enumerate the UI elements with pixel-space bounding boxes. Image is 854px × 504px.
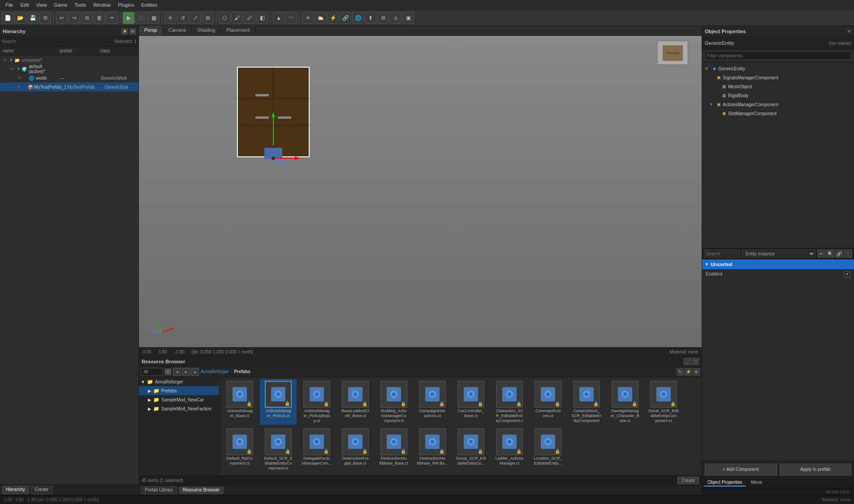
viewport-canvas[interactable]: Preview X Y Z (139, 36, 702, 356)
menu-view[interactable]: View (33, 1, 51, 9)
rp-search-more-btn[interactable]: ⋮ (844, 250, 852, 258)
terrain-btn[interactable]: ▲ (273, 12, 285, 24)
rb-nav-back[interactable]: ◂ (173, 368, 181, 376)
rp-add-component-btn[interactable]: + Add Component (705, 464, 777, 475)
copy-btn[interactable]: ⧉ (81, 12, 93, 24)
menu-tools[interactable]: Tools (71, 1, 90, 9)
menu-entities[interactable]: Entities (138, 1, 161, 9)
rb-refresh-btn[interactable]: ↻ (677, 368, 684, 375)
rb-item-13[interactable]: 🔒 Default_SCR_EditableEntityComponent.ct (260, 426, 297, 472)
rb-item-17[interactable]: 🔒 DestructionMultibhare_Rel.Ba... (414, 426, 451, 472)
hierarchy-filter-btn[interactable]: ⚡ (121, 28, 128, 34)
water-btn[interactable]: 〰 (285, 12, 297, 24)
export-btn[interactable]: ⬆ (365, 12, 376, 24)
eye-icon-default[interactable]: 👁 (9, 67, 15, 71)
rb-tab-prefab-library[interactable]: Prefab Library (141, 487, 177, 494)
rp-search-edit-btn[interactable]: ✏ (817, 250, 825, 258)
rp-apply-prefab-btn[interactable]: Apply to prefab (780, 464, 852, 475)
rb-item-12[interactable]: 🔒 Default_RplComponent.ct (221, 426, 258, 472)
save-btn[interactable]: 💾 (27, 12, 39, 24)
rb-item-15[interactable]: 🔒 DestructionFragtal_Base.ct (337, 426, 374, 472)
rb-breadcrumb-prefabs[interactable]: Prefabs (234, 369, 250, 374)
rb-item-7[interactable]: 🔒 Characters_SCR_EditableEntityComponent… (491, 379, 528, 425)
rb-sidebar-newcar[interactable]: ▶ 📁 SampleMod_NewCar (139, 395, 219, 404)
rb-item-3[interactable]: 🔒 BaseLoadoutCloth_Base.ct (337, 379, 374, 425)
cut-btn[interactable]: ✂ (106, 12, 118, 24)
rb-tab-resource-browser[interactable]: Resource Browser (179, 487, 224, 494)
rb-item-19[interactable]: 🔒 Ladder_ActionsManager.ct (491, 426, 528, 472)
rp-search-link-btn[interactable]: 🔗 (835, 250, 843, 258)
hierarchy-search-input[interactable] (2, 39, 112, 44)
viewport-3d[interactable]: Preview X Y Z (139, 36, 702, 356)
tab-placement[interactable]: Placement (221, 26, 255, 35)
link-btn[interactable]: 🔗 (340, 12, 351, 24)
globe-btn[interactable]: 🌐 (352, 12, 364, 24)
terminal-btn[interactable]: ▣ (402, 12, 414, 24)
brush-btn[interactable]: 🖌 (231, 12, 243, 24)
play-btn[interactable]: ▶ (123, 12, 134, 24)
rb-item-10[interactable]: 🔒 DamageManager_Character_Base.ct (607, 379, 643, 425)
eye-icon-myprefab[interactable]: 👁 (16, 85, 22, 89)
new-btn[interactable]: 📄 (2, 12, 13, 24)
rp-search-dropdown[interactable]: Entity instance (742, 250, 815, 258)
open-btn[interactable]: 📂 (14, 12, 26, 24)
rb-breadcrumb-arma[interactable]: ArmaReforger (201, 369, 229, 374)
menu-game[interactable]: Game (50, 1, 71, 9)
rp-panel-tab-object-props[interactable]: Object Properties (704, 479, 746, 487)
hierarchy-row-world[interactable]: 👁 🌐 world --- GenericWork (0, 73, 138, 82)
rp-panel-tab-move[interactable]: Move (747, 479, 765, 487)
rp-tree-signals-mgr[interactable]: ▣ SignalsManagerComponent (704, 73, 852, 82)
hierarchy-row-myprefab[interactable]: 👁 📦 MyTestPrefab_1 MyTestPrefab GenericE… (0, 82, 138, 91)
menu-plugins[interactable]: Plugins (114, 1, 138, 9)
rb-item-14[interactable]: 🔒 DelegateFacticnManagerCom... (298, 426, 335, 472)
snap-btn[interactable]: ⚡ (327, 12, 339, 24)
rp-tree-slot-mgr[interactable]: ▣ SlotManagerComponent (704, 109, 852, 118)
rb-item-20[interactable]: 🔒 Location_SCR_EditableEntity... (530, 426, 566, 472)
rp-close-btn[interactable]: ✕ (847, 28, 851, 34)
tab-shading[interactable]: Shading (192, 26, 221, 35)
paint-btn[interactable]: 🖊 (244, 12, 255, 24)
redo-btn[interactable]: ↪ (69, 12, 80, 24)
rp-unsorted-header[interactable]: ▼ Unsorted (702, 259, 854, 269)
rb-path-clear[interactable]: ✕ (165, 369, 171, 375)
rp-tree-actions-mgr[interactable]: ▼ ▣ ActionsManagerComponent (704, 100, 852, 109)
expand-unnamed[interactable]: ▼ (9, 58, 13, 62)
rp-search-find-btn[interactable]: 🔍 (826, 250, 834, 258)
rb-nav-up[interactable]: ▴ (191, 368, 199, 376)
scale-btn[interactable]: ⤢ (190, 12, 201, 24)
hierarchy-row-default[interactable]: 👁 ▼ 🌍 default (active)* (0, 65, 138, 73)
rb-sidebar-newfaction[interactable]: ▶ 📁 SampleMod_NewFaction (139, 404, 219, 413)
rb-item-18[interactable]: 🔒 Group_SCR_EditableEntityCo... (453, 426, 489, 472)
rb-item-4[interactable]: 🔒 Building_ActionsManagerComponent.ct (375, 379, 412, 425)
grid3-btn[interactable]: ▦ (148, 12, 160, 24)
debug-btn[interactable]: ⚔ (390, 12, 401, 24)
rp-tree-generic-entity[interactable]: ▼ ◆ GenericEntity (704, 64, 852, 73)
expand-default[interactable]: ▼ (16, 67, 21, 71)
sun-btn[interactable]: ☀ (302, 12, 314, 24)
hier-tab-create[interactable]: Create (31, 486, 52, 494)
eye-icon-unnamed[interactable]: 👁 (2, 58, 8, 62)
rb-item-11[interactable]: 🔒 Decal_SCR_EditableEntityComponent.ct (645, 379, 682, 425)
rp-tree-rigidbody[interactable]: ▦ RigidBody (704, 91, 852, 100)
select-btn[interactable]: ⬡ (219, 12, 230, 24)
menu-file[interactable]: File (2, 1, 17, 9)
menu-window[interactable]: Window (90, 1, 114, 9)
rp-prop-enabled-checkbox[interactable] (844, 271, 850, 277)
eye-icon-world[interactable]: 👁 (16, 76, 22, 80)
hier-tab-hierarchy[interactable]: Hierarchy (2, 486, 29, 494)
rb-filter-btn[interactable]: ⚡ (685, 368, 692, 375)
rb-create-btn[interactable]: Create (677, 477, 699, 484)
rb-item-9[interactable]: 🔒 Compositions_SCR_EditableEntityCompone… (568, 379, 605, 425)
tab-camera[interactable]: Camera (163, 26, 192, 35)
rp-filter-input[interactable] (705, 51, 851, 60)
rb-item-6[interactable]: 🔒 CarController_Base.ct (453, 379, 489, 425)
hierarchy-row-unnamed[interactable]: 👁 ▼ 📁 unnamed* (0, 56, 138, 65)
rb-nav-forward[interactable]: ▸ (182, 368, 190, 376)
rb-minimize-btn[interactable]: _ (684, 358, 691, 365)
rb-maximize-btn[interactable]: □ (692, 358, 699, 365)
rb-sidebar-prefabs[interactable]: ▶ 📁 Prefabs (139, 386, 219, 395)
rb-item-0[interactable]: 🔒 ActionsManager_Base.ct (221, 379, 258, 425)
rb-item-2[interactable]: 🔒 ActionsManager_PickUpEquip.ct (298, 379, 335, 425)
undo-btn[interactable]: ↩ (56, 12, 68, 24)
cloud-btn[interactable]: ⛅ (315, 12, 326, 24)
